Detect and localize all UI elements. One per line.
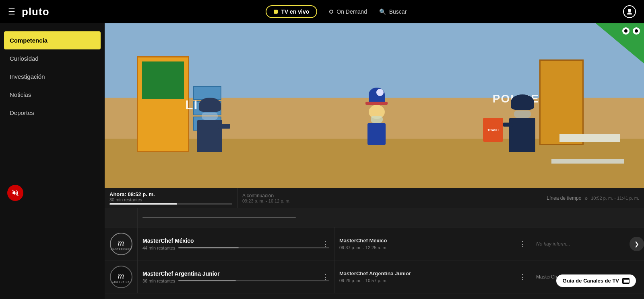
flag-eye-right [633, 27, 640, 35]
channel-more-button-1[interactable]: ⋮ [322, 240, 329, 248]
channel-remaining-2: 36 min restantes [142, 279, 175, 283]
channel-logo-cell-2[interactable]: m ARGENTINA [105, 260, 138, 293]
sidebar-item-noticias-label: Noticias [10, 91, 31, 98]
progress-bar-fill [109, 203, 177, 205]
nav-tv-vivo-button[interactable]: TV en vivo [266, 5, 317, 18]
flag-eye-left [622, 27, 630, 35]
guide-canales-button[interactable]: Guía de Canales de TV [556, 274, 636, 287]
door-left [137, 56, 189, 152]
next-time: 09:23 p. m. - 10:12 p. m. [242, 199, 526, 203]
stan-character [365, 88, 388, 145]
channel-next-time-2: 09:29 p. m. - 10:57 p. m. [339, 278, 526, 283]
header-right [623, 5, 636, 18]
timeline-time: 10:52 p. m. - 11:41 p. m. [591, 196, 639, 201]
flag-eyes [622, 27, 640, 35]
stan-body [367, 123, 386, 145]
nav-tv-vivo-label: TV en vivo [281, 8, 309, 15]
channel-prog-bar-2 [178, 280, 329, 281]
masterchef-logo-2: m ARGENTINA [110, 266, 132, 288]
officer-left [197, 98, 222, 152]
stan-mask [371, 116, 383, 123]
on-demand-dot-icon [329, 10, 333, 14]
trash-can: TRASH [483, 118, 503, 142]
forward-button-1[interactable]: ❯ [630, 237, 644, 251]
channel-next-cell-1: MasterChef México 09:37 p. m. - 12:25 a.… [334, 227, 531, 260]
sidebar-item-noticias[interactable]: Noticias [0, 86, 105, 104]
sidebar-item-deportes-label: Deportes [10, 109, 34, 116]
sidebar-item-investigacion-label: Investigación [10, 73, 45, 80]
now-label: Ahora: 08:52 p. m. [109, 191, 232, 197]
stan-hat [369, 88, 385, 102]
timeline-header: Ahora: 08:52 p. m. 30 min restantes A co… [105, 188, 644, 208]
logo: pluto [22, 6, 50, 18]
channel-next-cell-2: MasterChef Argentina Junior 09:29 p. m. … [334, 260, 531, 293]
channel-now-cell-1: MasterChef México 44 min restantes ⋮ [138, 227, 334, 260]
channel-logo-cell-1[interactable]: m MASTERCHEF [105, 227, 138, 260]
video-scene: LICE POLICE TRASH [105, 23, 644, 188]
next-label: A continuación [242, 193, 526, 199]
time-remaining: 30 min restantes [109, 197, 232, 202]
channel-prog-bar-1 [178, 247, 329, 248]
nav-buscar-button[interactable]: 🔍 Buscar [379, 8, 407, 15]
channel-next-more-button-2[interactable]: ⋮ [519, 272, 526, 281]
no-info-label-1: No hay inform... [536, 241, 639, 247]
sidebar: Competencia Curiosidad Investigación Not… [0, 23, 105, 299]
door-inner [142, 61, 184, 99]
stan-hat-brim [365, 102, 388, 105]
channel-progress-row-1: 44 min restantes [142, 246, 329, 250]
header: ☰ pluto TV en vivo On Demand 🔍 Buscar [0, 0, 644, 23]
main-layout: Competencia Curiosidad Investigación Not… [0, 0, 644, 299]
channel-list-area: Ahora: 08:52 p. m. 30 min restantes A co… [105, 188, 644, 299]
sidebar-item-investigacion[interactable]: Investigación [0, 68, 105, 86]
officer-right [509, 94, 535, 152]
header-left: ☰ pluto [8, 6, 50, 18]
nav-on-demand-button[interactable]: On Demand [329, 8, 367, 15]
channel-remaining-1: 44 min restantes [142, 246, 175, 250]
channel-more-button-2[interactable]: ⋮ [322, 272, 329, 281]
svg-point-0 [628, 9, 631, 12]
door-right [539, 59, 584, 145]
channel-next-title-2: MasterChef Argentina Junior [339, 270, 526, 276]
svg-rect-2 [623, 279, 629, 283]
header-center: TV en vivo On Demand 🔍 Buscar [50, 5, 623, 18]
nav-on-demand-label: On Demand [336, 8, 367, 15]
sidebar-item-competencia[interactable]: Competencia [4, 31, 101, 49]
stan-puff [376, 89, 384, 96]
channel-prog-fill-1 [178, 247, 239, 248]
masterchef-logo-1: m MASTERCHEF [110, 233, 132, 255]
sidebar-item-deportes[interactable]: Deportes [0, 104, 105, 122]
next-col-header: A continuación 09:23 p. m. - 10:12 p. m. [237, 188, 531, 208]
guide-button-label: Guía de Canales de TV [563, 278, 619, 284]
sidebar-item-curiosidad-label: Curiosidad [10, 55, 39, 62]
tv-vivo-dot [274, 10, 278, 14]
content-area: LICE POLICE TRASH [105, 23, 644, 299]
channel-now-cell-2: MasterChef Argentina Junior 36 min resta… [138, 260, 334, 293]
table-right [559, 134, 620, 142]
channel-next-title-1: MasterChef México [339, 238, 526, 244]
channel-title-1: MasterChef México [142, 238, 329, 244]
sidebar-item-competencia-label: Competencia [10, 37, 47, 44]
channel-title-2: MasterChef Argentina Junior [142, 270, 329, 277]
channel-row-top [105, 208, 644, 227]
bench [551, 159, 624, 164]
channel-prog-fill-2 [178, 280, 235, 281]
progress-bar-container [109, 203, 232, 205]
channel-progress-row-2: 36 min restantes [142, 279, 329, 283]
timeline-label: Línea de tiempo [547, 195, 581, 201]
video-player[interactable]: LICE POLICE TRASH [105, 23, 644, 188]
channel-row-masterchef-mexico: m MASTERCHEF MasterChef México 44 min re… [105, 227, 644, 260]
timeline-chevron-icon: » [584, 195, 588, 201]
hamburger-icon[interactable]: ☰ [8, 7, 15, 16]
search-icon: 🔍 [379, 8, 386, 15]
guide-tv-icon [622, 278, 630, 284]
account-icon[interactable] [623, 5, 636, 18]
sidebar-item-curiosidad[interactable]: Curiosidad [0, 49, 105, 68]
nav-buscar-label: Buscar [389, 8, 407, 15]
channel-next-time-1: 09:37 p. m. - 12:25 a. m. [339, 245, 526, 250]
timeline-col-header: Línea de tiempo » 10:52 p. m. - 11:41 p.… [531, 188, 644, 208]
channel-future-cell-1: No hay inform... ❯ [531, 227, 644, 260]
channel-next-more-button-1[interactable]: ⋮ [519, 240, 526, 248]
mute-button[interactable] [7, 185, 23, 201]
channel-col-header: Ahora: 08:52 p. m. 30 min restantes [105, 188, 237, 208]
